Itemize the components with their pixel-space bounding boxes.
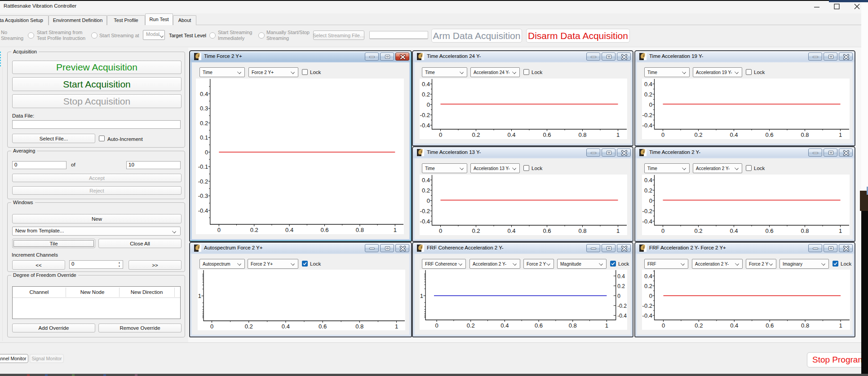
svg-text:0.4: 0.4: [507, 131, 515, 138]
svg-text:0.2: 0.2: [694, 227, 702, 234]
svg-text:-0.2: -0.2: [642, 112, 652, 118]
svg-text:0: 0: [649, 197, 652, 204]
svg-text:1: 1: [616, 131, 620, 138]
svg-text:1: 1: [616, 227, 620, 234]
svg-text:0.2: 0.2: [245, 323, 253, 330]
svg-text:0.4: 0.4: [422, 177, 430, 184]
svg-text:0.2: 0.2: [617, 283, 625, 289]
svg-text:0.8: 0.8: [569, 322, 577, 329]
svg-text:-0.4: -0.4: [198, 207, 208, 214]
svg-text:0.8: 0.8: [801, 227, 809, 234]
svg-text:0.6: 0.6: [535, 322, 543, 329]
svg-text:0.4: 0.4: [282, 323, 290, 330]
svg-text:-0.4: -0.4: [420, 218, 430, 225]
svg-text:0.2: 0.2: [644, 187, 652, 194]
svg-text:1: 1: [605, 322, 608, 329]
svg-text:0.2: 0.2: [695, 322, 703, 329]
svg-text:0.2: 0.2: [644, 91, 652, 98]
svg-text:1: 1: [198, 293, 201, 299]
svg-text:0.2: 0.2: [467, 322, 475, 329]
svg-text:-0.2: -0.2: [420, 208, 430, 214]
svg-text:0: 0: [649, 101, 652, 108]
svg-text:0.4: 0.4: [285, 227, 293, 233]
svg-text:0.6: 0.6: [766, 322, 774, 329]
svg-text:1: 1: [839, 131, 842, 138]
svg-text:0.1: 0.1: [200, 134, 208, 141]
svg-text:0: 0: [427, 101, 430, 108]
svg-text:0.2: 0.2: [472, 131, 480, 138]
svg-text:1: 1: [839, 322, 842, 329]
svg-text:0.6: 0.6: [765, 227, 773, 234]
svg-text:0: 0: [617, 293, 620, 299]
svg-text:0.4: 0.4: [500, 322, 509, 329]
svg-text:0.8: 0.8: [578, 131, 586, 138]
svg-text:0.8: 0.8: [356, 227, 364, 233]
svg-text:0.2: 0.2: [644, 283, 652, 289]
svg-text:-0.4: -0.4: [642, 312, 652, 319]
svg-text:0.2: 0.2: [472, 227, 480, 234]
svg-text:0: 0: [439, 227, 442, 234]
svg-text:-0.1: -0.1: [198, 163, 208, 170]
svg-text:0: 0: [661, 227, 664, 234]
svg-text:0.8: 0.8: [355, 323, 363, 330]
svg-text:0: 0: [649, 293, 652, 299]
svg-text:0.6: 0.6: [319, 323, 327, 330]
svg-text:0.4: 0.4: [644, 81, 652, 87]
svg-text:0.4: 0.4: [617, 273, 625, 280]
svg-text:-0.3: -0.3: [198, 192, 208, 199]
svg-text:0.2: 0.2: [200, 120, 208, 127]
svg-text:1: 1: [420, 293, 423, 299]
svg-text:0.8: 0.8: [801, 131, 809, 138]
svg-text:0.6: 0.6: [765, 131, 773, 138]
svg-text:0.6: 0.6: [543, 131, 551, 138]
svg-text:0.2: 0.2: [694, 131, 702, 138]
svg-text:1: 1: [395, 323, 398, 330]
svg-text:0: 0: [210, 323, 213, 330]
svg-text:0.4: 0.4: [730, 131, 738, 138]
svg-text:-0.2: -0.2: [617, 303, 627, 309]
svg-text:-0.2: -0.2: [420, 112, 430, 118]
svg-text:-0.2: -0.2: [642, 302, 652, 309]
svg-text:0.4: 0.4: [644, 273, 652, 280]
svg-text:0.2: 0.2: [250, 227, 258, 233]
svg-text:0: 0: [662, 322, 665, 329]
svg-text:-0.4: -0.4: [642, 218, 652, 225]
svg-text:-0.4: -0.4: [642, 122, 652, 129]
svg-text:0: 0: [205, 149, 208, 156]
svg-text:0.8: 0.8: [801, 322, 809, 329]
svg-text:-0.4: -0.4: [420, 122, 430, 129]
svg-text:0.4: 0.4: [200, 91, 208, 97]
svg-text:0.4: 0.4: [730, 322, 738, 329]
svg-text:0: 0: [439, 131, 442, 138]
svg-text:0.6: 0.6: [320, 227, 328, 233]
svg-text:0.4: 0.4: [507, 227, 515, 234]
svg-text:-0.4: -0.4: [617, 313, 627, 319]
svg-text:0.6: 0.6: [543, 227, 551, 234]
svg-text:0: 0: [661, 131, 664, 138]
svg-text:0.2: 0.2: [422, 187, 430, 194]
svg-text:-0.2: -0.2: [642, 208, 652, 214]
svg-text:0: 0: [217, 227, 221, 233]
svg-text:0.2: 0.2: [422, 91, 430, 98]
svg-text:0: 0: [427, 197, 430, 204]
svg-text:1: 1: [839, 227, 842, 234]
svg-text:-0.2: -0.2: [198, 178, 208, 185]
svg-text:0.8: 0.8: [578, 227, 586, 234]
svg-text:1: 1: [394, 227, 397, 233]
svg-text:0: 0: [435, 322, 438, 329]
svg-text:0.4: 0.4: [422, 81, 430, 87]
svg-text:0.4: 0.4: [644, 177, 652, 184]
svg-text:0.3: 0.3: [200, 105, 208, 112]
svg-text:0.4: 0.4: [730, 227, 738, 234]
